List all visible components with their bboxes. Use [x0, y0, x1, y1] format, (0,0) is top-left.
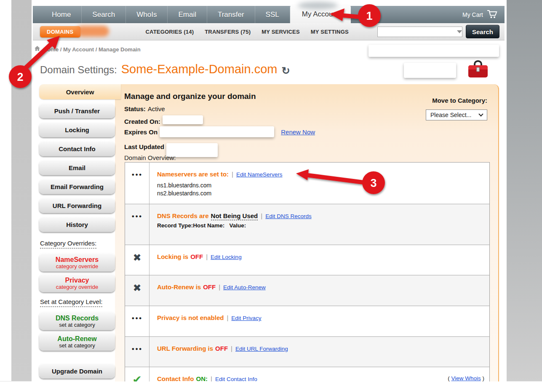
- dots-icon: ●●●: [132, 172, 143, 177]
- sidebar-item-locking[interactable]: Locking: [39, 122, 115, 137]
- sidebar-item-auto-renew[interactable]: Auto-Renewset at category: [39, 332, 115, 351]
- topnav-tab-ssl[interactable]: SSL: [255, 6, 290, 23]
- table-row: ●●●DNS Records areNot Being Used|Edit DN…: [125, 204, 489, 245]
- sidebar-item-email-forwarding[interactable]: Email Forwarding: [39, 179, 115, 194]
- panel-heading: Manage and organize your domain: [124, 92, 256, 101]
- sidebar-item-push-transfer[interactable]: Push / Transfer: [39, 103, 115, 118]
- separator: |: [206, 253, 208, 260]
- table-row: ●●●URL Forwarding isOFF|Edit URL Forward…: [125, 336, 489, 367]
- row-title-text: DNS Records are: [157, 212, 209, 219]
- overview-panel: Manage and organize your domain Move to …: [115, 84, 499, 381]
- row-edit-link-edit-locking[interactable]: Edit Locking: [211, 254, 242, 260]
- view-whois-link[interactable]: View Whois: [451, 375, 481, 381]
- topnav-tab-my-account[interactable]: My Account: [290, 4, 351, 23]
- subnav-item-transfers-75-[interactable]: TRANSFERS (75): [205, 29, 251, 35]
- row-status-text: ON:: [196, 375, 208, 381]
- row-icon-cell: ●●●: [125, 204, 150, 245]
- home-icon: [34, 45, 40, 53]
- domain-search-combobox[interactable]: [377, 27, 462, 37]
- check-icon: ✔: [132, 373, 142, 381]
- subnav-item-my-settings[interactable]: MY SETTINGS: [311, 29, 349, 35]
- domains-label: DOMAINS: [47, 29, 74, 35]
- row-edit-link-edit-auto-renew[interactable]: Edit Auto-Renew: [223, 284, 266, 291]
- redaction-box-created: [163, 115, 203, 124]
- sidebar-item-label: Overview: [66, 88, 94, 96]
- row-edit-link-edit-url-forwarding[interactable]: Edit URL Forwarding: [235, 346, 288, 352]
- row-icon-cell: ●●●: [125, 163, 150, 204]
- cross-icon: ✖: [133, 252, 141, 263]
- sidebar-item-url-forwarding[interactable]: URL Forwarding: [39, 198, 115, 213]
- topnav-tab-transfer[interactable]: Transfer: [207, 6, 255, 23]
- row-title-text: Privacy is not enabled: [157, 314, 224, 321]
- subnav-item-categories-14-[interactable]: CATEGORIES (14): [146, 29, 194, 35]
- domain-overview-label: Domain Overview:: [124, 154, 176, 161]
- breadcrumb-row: Home / My Account / Manage Domain: [34, 45, 141, 53]
- row-icon-cell: ✔: [125, 367, 150, 381]
- view-whois-note: ( View Whois ): [448, 375, 484, 381]
- nameserver-list: ns1.bluestardns.comns2.bluestardns.com: [157, 181, 483, 197]
- renew-now-link[interactable]: Renew Now: [281, 128, 315, 136]
- sidebar-item-label: Email Forwarding: [51, 183, 104, 190]
- sidebar-heading-category-overrides-: Category Overrides:: [40, 240, 96, 248]
- domain-search-input[interactable]: [378, 27, 457, 37]
- page-content: HomeSearchWhoIsEmailTransferSSLMy Accoun…: [32, 0, 507, 381]
- expires-line: Expires On Renew Now: [124, 126, 315, 137]
- row-status-text: Not Being Used: [211, 212, 258, 220]
- toolbox-icon[interactable]: [467, 60, 489, 81]
- sidebar-item-upgrade-domain[interactable]: Upgrade Domain: [39, 363, 115, 379]
- sidebar-item-label: NameServers: [56, 256, 99, 264]
- topnav-tab-home[interactable]: Home: [41, 6, 82, 23]
- status-line: Status: Active: [124, 105, 165, 112]
- sidebar-item-label: Contact Info: [59, 145, 96, 152]
- sidebar-item-label: Email: [69, 164, 85, 171]
- topnav-tab-search[interactable]: Search: [82, 6, 126, 23]
- nameserver-entry: ns2.bluestardns.com: [157, 189, 483, 197]
- sidebar-item-contact-info[interactable]: Contact Info: [39, 141, 115, 156]
- sidebar-item-label: Upgrade Domain: [52, 368, 102, 375]
- row-body: Auto-Renew isOFF|Edit Auto-Renew: [150, 275, 489, 306]
- sidebar-item-sublabel: category override: [56, 284, 98, 290]
- subnav-item-my-services[interactable]: MY SERVICES: [262, 29, 300, 35]
- row-title-text: Locking is: [157, 253, 188, 260]
- move-to-category-select[interactable]: Please Select...: [426, 109, 487, 120]
- domain-name: Some-Example-Domain.com: [121, 62, 278, 76]
- subnav-item-domains[interactable]: DOMAINS: [40, 26, 80, 37]
- row-edit-link-edit-dns-records[interactable]: Edit DNS Records: [265, 213, 312, 219]
- combobox-dropdown-icon[interactable]: [457, 30, 462, 33]
- sidebar-item-history[interactable]: History: [39, 217, 115, 232]
- topnav-tab-email[interactable]: Email: [168, 6, 207, 23]
- row-body: Privacy is not enabled|Edit Privacy: [150, 306, 489, 336]
- row-edit-link-edit-nameservers[interactable]: Edit NameServers: [236, 171, 283, 178]
- table-row: ●●●Nameservers are set to:|Edit NameServ…: [125, 163, 489, 204]
- my-cart-button[interactable]: My Cart: [462, 6, 498, 23]
- updated-line: Last Updated: [124, 140, 218, 154]
- table-row: ●●●Privacy is not enabled|Edit Privacy: [125, 306, 489, 336]
- page-margin-right: [507, 0, 542, 381]
- separator: |: [231, 345, 232, 352]
- redaction-smudge: [76, 26, 109, 37]
- breadcrumb[interactable]: Home / My Account / Manage Domain: [43, 46, 141, 53]
- sidebar-item-label: DNS Records: [56, 315, 99, 322]
- topnav-tab-whois[interactable]: WhoIs: [126, 6, 168, 23]
- sidebar-item-nameservers[interactable]: NameServerscategory override: [39, 253, 115, 272]
- search-button[interactable]: Search: [466, 25, 499, 38]
- sidebar-item-sublabel: set at category: [59, 343, 95, 348]
- separator: |: [261, 212, 262, 219]
- refresh-icon[interactable]: ↻: [281, 65, 290, 77]
- dns-record-headers: Record Type:Host Name: Value:: [157, 222, 483, 229]
- sidebar-item-overview[interactable]: Overview: [39, 84, 121, 99]
- created-redaction-wrap: [163, 115, 203, 127]
- redaction-smudge: [298, 2, 338, 9]
- my-cart-label: My Cart: [462, 11, 483, 18]
- sidebar-item-email[interactable]: Email: [39, 160, 115, 175]
- sidebar-item-dns-records[interactable]: DNS Recordsset at category: [39, 312, 115, 330]
- row-title-text: URL Forwarding is: [157, 345, 213, 352]
- sidebar-item-label: URL Forwarding: [53, 202, 101, 209]
- domain-overview-table: ●●●Nameservers are set to:|Edit NameServ…: [125, 162, 490, 381]
- sidebar-item-label: Privacy: [65, 277, 89, 284]
- row-title: Locking isOFF|Edit Locking: [157, 253, 483, 260]
- row-edit-link-edit-contact-info[interactable]: Edit Contact Info: [215, 376, 257, 381]
- sidebar-item-privacy[interactable]: Privacycategory override: [39, 274, 115, 292]
- row-body: Contact InfoON:|Edit Contact Info( View …: [150, 367, 489, 381]
- row-edit-link-edit-privacy[interactable]: Edit Privacy: [231, 315, 261, 321]
